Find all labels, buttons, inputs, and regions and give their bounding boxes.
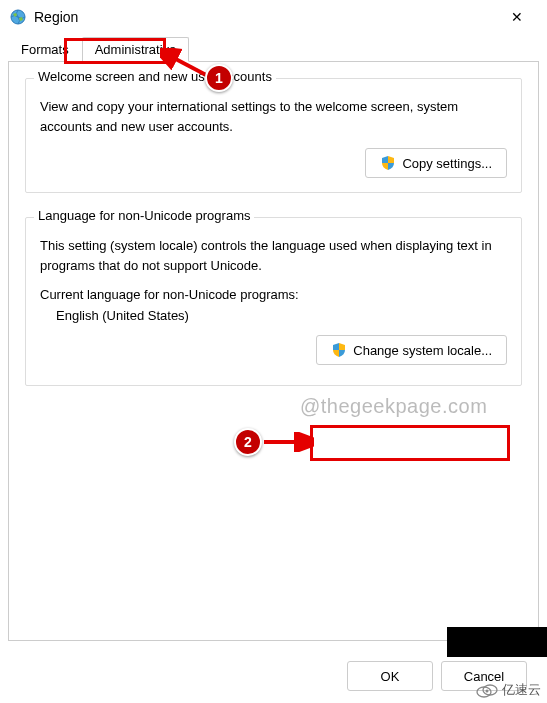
tab-administrative[interactable]: Administrative	[82, 37, 190, 62]
group-welcome-screen: Welcome screen and new user accounts Vie…	[25, 78, 522, 193]
ok-label: OK	[381, 669, 400, 684]
titlebar: Region ✕	[0, 0, 547, 34]
change-system-locale-button[interactable]: Change system locale...	[316, 335, 507, 365]
copy-settings-label: Copy settings...	[402, 156, 492, 171]
group-welcome-title: Welcome screen and new user accounts	[34, 69, 276, 84]
change-locale-row: Change system locale...	[40, 335, 507, 365]
bottom-shadow	[447, 627, 547, 657]
copy-settings-row: Copy settings...	[40, 148, 507, 178]
copy-settings-button[interactable]: Copy settings...	[365, 148, 507, 178]
group-non-unicode-desc: This setting (system locale) controls th…	[40, 236, 507, 275]
tab-content: Welcome screen and new user accounts Vie…	[8, 61, 539, 641]
current-language-value: English (United States)	[56, 308, 507, 323]
window-title: Region	[34, 9, 78, 25]
group-welcome-desc: View and copy your international setting…	[40, 97, 507, 136]
change-locale-label: Change system locale...	[353, 343, 492, 358]
footer: OK Cancel	[0, 649, 547, 703]
cancel-button[interactable]: Cancel	[441, 661, 527, 691]
group-non-unicode: Language for non-Unicode programs This s…	[25, 217, 522, 386]
tab-formats-label: Formats	[21, 42, 69, 57]
close-icon: ✕	[511, 9, 523, 25]
shield-icon	[380, 155, 396, 171]
close-button[interactable]: ✕	[497, 3, 537, 31]
titlebar-left: Region	[10, 9, 78, 25]
region-window: Region ✕ Formats Administrative Welcome …	[0, 0, 547, 703]
cancel-label: Cancel	[464, 669, 504, 684]
current-language-label: Current language for non-Unicode program…	[40, 287, 507, 302]
group-non-unicode-title: Language for non-Unicode programs	[34, 208, 254, 223]
ok-button[interactable]: OK	[347, 661, 433, 691]
tab-formats[interactable]: Formats	[8, 37, 82, 62]
globe-icon	[10, 9, 26, 25]
shield-icon	[331, 342, 347, 358]
tabs: Formats Administrative	[0, 36, 547, 61]
tab-administrative-label: Administrative	[95, 42, 177, 57]
